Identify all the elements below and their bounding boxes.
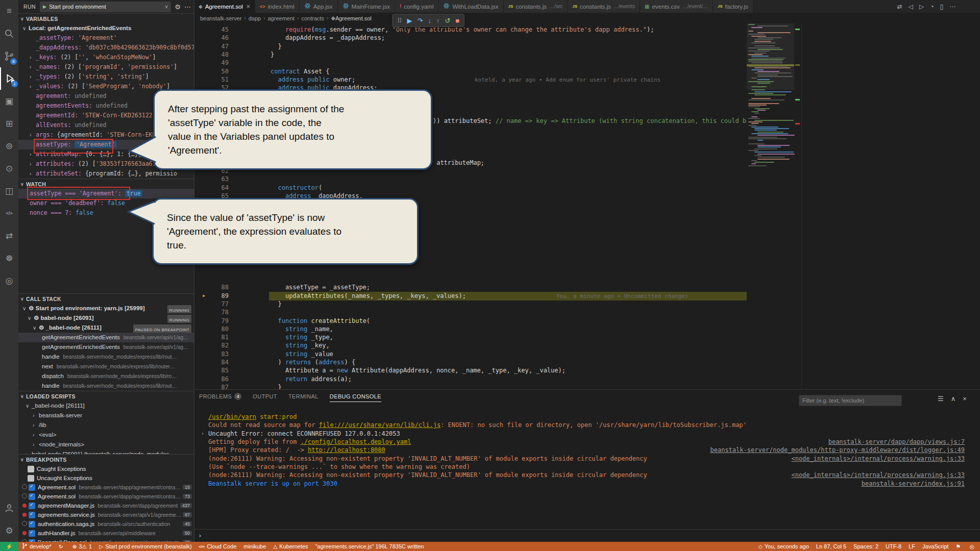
breakpoint-row[interactable]: Agreement.solbeanstalk-server/dapp/agree… — [18, 492, 194, 501]
code-line[interactable] — [194, 267, 747, 276]
expand-icon[interactable]: › — [201, 430, 204, 438]
navigate-back-icon[interactable]: ◁ — [909, 3, 913, 10]
breakpoint-checkbox[interactable] — [29, 484, 35, 491]
breadcrumb-item[interactable]: contracts — [301, 15, 324, 21]
stack-frame[interactable]: getAgreementEnrichedEventsbeanstalk-serv… — [18, 333, 194, 342]
activity-item-test-explorer[interactable]: ⊙ — [0, 157, 18, 180]
code-line[interactable]: 79 function createAttribute( — [194, 317, 747, 325]
tab-mainframe-jsx[interactable]: MainFrame.jsx — [338, 0, 395, 13]
launch-config-dropdown[interactable]: ▶Start prod environment∨ — [40, 2, 171, 12]
console-source-link[interactable]: <node_internals>/internal/process/warnin… — [791, 471, 965, 479]
code-line[interactable]: 82 string _key, — [194, 341, 747, 350]
code-line[interactable]: 48} — [194, 51, 747, 59]
status-debug-target[interactable]: ▷Start prod environment (beanstalk) — [95, 542, 195, 551]
activity-item-remote-explorer[interactable]: ▣ — [0, 90, 18, 112]
tab-app-jsx[interactable]: App.jsx — [300, 0, 338, 13]
console-source-link[interactable]: <node_internals>/internal/process/warnin… — [791, 455, 965, 463]
code-line[interactable]: 64 constructor( — [194, 184, 747, 192]
breakpoint-row[interactable]: Uncaught Exceptions — [18, 473, 194, 483]
close-tab-icon[interactable]: × — [247, 3, 250, 10]
stack-frame[interactable]: getAgreementEnrichedEventsbeanstalk-serv… — [18, 342, 194, 352]
code-line[interactable]: 63 — [194, 175, 747, 184]
panel-tab-output[interactable]: OUTPUT — [253, 393, 277, 402]
code-line[interactable]: 50contract Asset { — [194, 67, 747, 76]
code-line[interactable]: 47 } — [194, 42, 747, 51]
watch-expression[interactable]: assetType === 'Agreement': true — [18, 189, 194, 198]
status-indentation[interactable]: Spaces: 2 — [850, 542, 882, 551]
variable-row[interactable]: _assetType: 'Agreement' — [18, 33, 194, 43]
status-encoding[interactable]: UTF-8 — [882, 542, 905, 551]
section-watch[interactable]: ∨WATCH — [18, 179, 194, 189]
run-settings-gear-icon[interactable]: ⚙ — [175, 3, 181, 11]
code-line[interactable]: 46 dappAddress = _dappAddress; — [194, 34, 747, 42]
activity-item-api-client[interactable]: ⇄ — [0, 224, 18, 247]
status-kubernetes[interactable]: △Kubernetes — [270, 542, 311, 551]
activity-item-search[interactable] — [0, 22, 18, 45]
split-editor-icon[interactable]: ▯ — [940, 3, 943, 10]
code-line[interactable]: ➤89 updateAttributes(_names, _types, _ke… — [194, 292, 747, 300]
run-more-icon[interactable]: ⋯ — [184, 3, 191, 11]
variable-row[interactable]: ›_types: (2) ['string', 'string'] — [18, 72, 194, 82]
status-branch[interactable]: develop* — [18, 542, 55, 551]
code-line[interactable]: 86 return address(a); — [194, 375, 747, 384]
console-input-prompt[interactable]: › — [198, 532, 202, 539]
minimap[interactable] — [747, 13, 794, 389]
panel-tab-problems[interactable]: PROBLEMS4 — [199, 393, 241, 402]
tab-withloaddata-jsx[interactable]: WithLoadData.jsx — [438, 0, 503, 13]
tab-factory-js[interactable]: JSfactory.js — [713, 0, 753, 13]
breakpoint-checkbox[interactable] — [29, 503, 35, 509]
output-actions-icon[interactable]: ☰ — [938, 395, 944, 403]
stack-frame[interactable]: dispatchbeanstalk-server/node_modules/ex… — [18, 371, 194, 381]
loaded-script-row[interactable]: ›babel-node [26091] /beanstalk-server/no… — [18, 449, 194, 454]
activity-item-gcp[interactable]: ◎ — [0, 269, 18, 292]
section-loaded-scripts[interactable]: ∨LOADED SCRIPTS — [18, 391, 194, 401]
variables-scope[interactable]: ∨Local: getAgreementEnrichedEvents — [18, 23, 194, 33]
console-link[interactable]: /usr/bin/yarn — [208, 413, 256, 420]
continue-button[interactable]: ▶ — [407, 17, 412, 24]
code-line[interactable]: 80 string _name, — [194, 325, 747, 334]
status-gitlens-blame[interactable]: ◇You, seconds ago — [755, 542, 813, 551]
panel-tab-debug-console[interactable]: DEBUG CONSOLE — [330, 393, 381, 402]
breakpoint-checkbox[interactable] — [29, 512, 35, 518]
code-line[interactable]: 78 — [194, 308, 747, 317]
activity-item-account[interactable] — [0, 497, 18, 519]
call-stack-thread[interactable]: ∨⚙ Start prod environment: yarn.js [2599… — [18, 304, 194, 313]
code-line[interactable] — [194, 275, 747, 284]
exception-checkbox[interactable] — [28, 466, 34, 472]
status-cursor-position[interactable]: Ln 87, Col 5 — [813, 542, 850, 551]
breakpoint-row[interactable]: agreementManager.jsbeanstalk-server/dapp… — [18, 501, 194, 510]
exception-checkbox[interactable] — [28, 475, 34, 482]
variable-row[interactable]: ›attributeSet: {programId: {…}, permissi… — [18, 169, 194, 179]
tab-constants-js[interactable]: JSconstants.js…/events — [568, 0, 640, 13]
code-line[interactable]: 45 require(msg.sender == owner, "Only th… — [194, 26, 747, 34]
status-feedback-icon[interactable]: ⚑ — [952, 542, 966, 551]
stack-frame[interactable]: handlebeanstalk-server/node_modules/expr… — [18, 381, 194, 391]
status-remote-indicator[interactable]: ⚡ — [0, 542, 18, 551]
drag-handle[interactable]: ⠿ — [397, 17, 402, 24]
code-line[interactable]: 85 Attribute a = new Attribute(dappAddre… — [194, 366, 747, 375]
code-line[interactable]: 83 string _value — [194, 350, 747, 359]
breakpoint-checkbox[interactable] — [29, 493, 35, 500]
activity-item-cloud-code[interactable]: </> — [0, 202, 18, 224]
call-stack-thread[interactable]: ∨⚙ babel-node [26091]RUNNING — [18, 313, 194, 323]
tab-config-yaml[interactable]: !config.yaml — [395, 0, 439, 13]
tab-events-csv[interactable]: ▦events.csv…/event/… — [640, 0, 713, 13]
status-file-write-status[interactable]: "agreements.service.js" 196L 7835C writt… — [312, 542, 428, 551]
step-into-button[interactable]: ↓ — [428, 17, 431, 24]
console-source-link[interactable]: beanstalk-server/node_modules/http-proxy… — [710, 446, 965, 454]
status-minikube[interactable]: minikube — [240, 542, 270, 551]
breadcrumb-item[interactable]: agreement — [268, 15, 295, 21]
code-line[interactable]: 84 ) returns (address) { — [194, 358, 747, 367]
breakpoint-row[interactable]: BeanstalkDapp.solbeanstalk-server/dapp/d… — [18, 538, 194, 542]
code-line[interactable]: 51 address public owner;koteld, a year a… — [194, 76, 747, 84]
status-notifications-icon[interactable]: ◎ — [966, 542, 980, 551]
tab-index-html[interactable]: <>index.html — [255, 0, 300, 13]
code-line[interactable]: 49 — [194, 59, 747, 67]
collapse-panel-icon[interactable]: ∧ — [951, 395, 956, 403]
code-line[interactable]: 88 assetType = _assetType; — [194, 283, 747, 292]
breakpoint-row[interactable]: Agreement.solbeanstalk-server/dapp/agree… — [18, 483, 194, 492]
more-actions-icon[interactable]: ⋯ — [949, 3, 955, 10]
variable-row[interactable]: ›_keys: (2) ['', 'whoCanStopMeNow'] — [18, 53, 194, 62]
activity-item-docker[interactable]: ◫ — [0, 180, 18, 202]
console-source-link[interactable]: beanstalk-server/index.js:91 — [862, 480, 965, 488]
